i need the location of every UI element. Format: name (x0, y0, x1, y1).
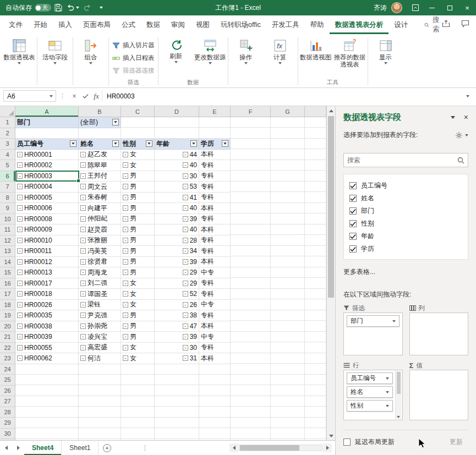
vertical-scrollbar[interactable] (326, 106, 335, 440)
collapse-icon[interactable] (183, 291, 188, 297)
collapse-icon[interactable] (123, 238, 128, 243)
name-cell[interactable]: 王邦付 (79, 171, 121, 182)
rows-area-scrollbar[interactable] (395, 371, 402, 419)
collapse-icon[interactable] (123, 313, 128, 318)
ribbon-tab[interactable]: 插入 (53, 15, 78, 34)
field-item[interactable]: 部门 (349, 205, 462, 217)
collapse-icon[interactable] (183, 152, 188, 157)
employee-id-cell[interactable]: HR00035 (15, 310, 79, 321)
age-cell[interactable]: 29 (155, 267, 199, 278)
scroll-up-icon[interactable] (327, 106, 335, 115)
close-button[interactable]: × (458, 0, 476, 15)
employee-id-cell[interactable]: HR00006 (15, 203, 79, 214)
collapse-icon[interactable] (183, 248, 188, 254)
name-cell[interactable]: 陈翠翠 (79, 160, 121, 171)
actions-button[interactable]: 操作 (229, 36, 263, 64)
fields-options-button[interactable] (455, 131, 468, 139)
active-field-button[interactable]: 活动字段 (38, 36, 72, 64)
name-cell[interactable]: 梁钰 (79, 300, 121, 311)
ribbon-tab[interactable]: 视图 (190, 15, 215, 34)
filter-value-cell[interactable]: (全部) (79, 117, 121, 128)
age-cell[interactable]: 53 (155, 182, 199, 193)
column-header-e[interactable]: E (199, 106, 231, 117)
employee-id-cell[interactable]: HR00012 (15, 257, 79, 268)
row-number[interactable]: 10 (0, 214, 15, 225)
name-cell[interactable]: 赵灵霞 (79, 224, 121, 235)
education-cell[interactable]: 本科 (199, 321, 231, 332)
gender-cell[interactable]: 女 (121, 278, 155, 289)
collapse-icon[interactable] (183, 238, 188, 243)
age-cell[interactable]: 39 (155, 257, 199, 268)
age-cell[interactable]: 38 (155, 310, 199, 321)
rows-area[interactable]: 员工编号 姓名 性别 (343, 370, 403, 420)
education-cell[interactable]: 中专 (199, 332, 231, 343)
name-cell[interactable]: 高宏盛 (79, 343, 121, 354)
gender-cell[interactable]: 女 (121, 289, 155, 300)
collapse-icon[interactable] (17, 324, 23, 329)
row-number[interactable]: 14 (0, 257, 15, 268)
education-cell[interactable]: 专科 (199, 214, 231, 225)
name-cell[interactable]: 刘二强 (79, 278, 121, 289)
collapse-icon[interactable] (183, 345, 188, 350)
sheet-nav-right-icon[interactable] (12, 441, 24, 455)
field-item[interactable]: 年龄 (349, 230, 462, 243)
name-cell[interactable]: 徐贤君 (79, 257, 121, 268)
collapse-icon[interactable] (80, 345, 86, 350)
age-cell[interactable]: 39 (155, 332, 199, 343)
collapse-icon[interactable] (17, 195, 23, 200)
field-chip[interactable]: 姓名 (347, 386, 393, 398)
pivottable-button[interactable]: 数据透视表 (2, 36, 36, 64)
insert-function-button[interactable]: fx (91, 90, 102, 102)
grid-body[interactable]: 1 2 3 4 5 6 7 (0, 117, 326, 440)
collapse-icon[interactable] (183, 302, 188, 308)
collapse-icon[interactable] (183, 281, 188, 286)
employee-id-cell[interactable]: HR00004 (15, 182, 79, 193)
filter-dropdown-icon[interactable] (146, 140, 152, 147)
employee-id-cell[interactable]: HR00013 (15, 267, 79, 278)
gender-cell[interactable]: 女 (121, 160, 155, 171)
cancel-icon[interactable]: × (69, 90, 80, 102)
collapse-icon[interactable] (17, 238, 23, 243)
collapse-icon[interactable] (123, 259, 128, 265)
ribbon-tab[interactable]: 文件 (3, 15, 28, 34)
collapse-icon[interactable] (123, 216, 128, 222)
more-tables-link[interactable]: 更多表格... (343, 267, 468, 277)
row-number[interactable]: 29 (0, 418, 15, 429)
insert-timeline-button[interactable]: 插入日程表 (110, 52, 157, 64)
collapse-icon[interactable] (183, 334, 188, 339)
sheet-tab[interactable]: Sheet1 (62, 441, 99, 455)
collapse-icon[interactable] (123, 162, 128, 168)
ribbon-tab[interactable]: 开发工具 (266, 15, 305, 34)
field-checkbox[interactable] (349, 233, 357, 240)
collapse-icon[interactable] (17, 173, 23, 179)
collapse-icon[interactable] (17, 205, 23, 211)
age-cell[interactable]: 30 (155, 171, 199, 182)
collapse-icon[interactable] (123, 324, 128, 329)
filter-dropdown-icon[interactable] (222, 140, 228, 147)
collapse-icon[interactable] (17, 162, 23, 168)
collapse-icon[interactable] (123, 281, 128, 286)
rows-area-scrollbar-thumb[interactable] (397, 372, 401, 394)
gender-cell[interactable]: 女 (121, 150, 155, 161)
education-cell[interactable]: 专科 (199, 278, 231, 289)
collapse-icon[interactable] (80, 152, 86, 157)
minimize-button[interactable] (423, 0, 441, 15)
row-number[interactable]: 28 (0, 407, 15, 418)
collapse-icon[interactable] (80, 281, 86, 286)
values-area[interactable] (409, 370, 469, 420)
field-item[interactable]: 学历 (349, 243, 462, 255)
name-cell[interactable]: 凌兴宝 (79, 332, 121, 343)
row-number[interactable]: 22 (0, 343, 15, 354)
collapse-icon[interactable] (80, 324, 86, 329)
education-cell[interactable]: 专科 (199, 182, 231, 193)
collapse-icon[interactable] (80, 270, 86, 275)
collapse-icon[interactable] (17, 334, 23, 339)
gender-cell[interactable]: 男 (121, 171, 155, 182)
collapse-icon[interactable] (123, 302, 128, 308)
collapse-icon[interactable] (123, 173, 128, 179)
gender-cell[interactable]: 男 (121, 321, 155, 332)
gender-cell[interactable]: 男 (121, 182, 155, 193)
formula-bar-handle[interactable]: ⋮ (59, 92, 65, 100)
employee-id-cell[interactable]: HR00001 (15, 150, 79, 161)
name-cell[interactable]: 仲阳屺 (79, 214, 121, 225)
